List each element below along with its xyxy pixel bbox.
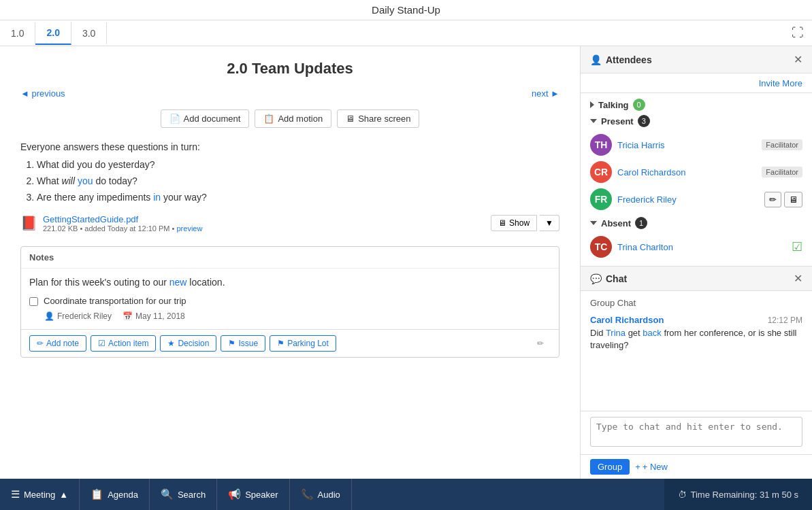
chat-input[interactable] bbox=[590, 417, 802, 447]
todo-text: Coordinate transportation for our trip bbox=[44, 296, 186, 306]
chat-tab-group[interactable]: Group bbox=[590, 459, 630, 475]
attachment-dropdown-button[interactable]: ▼ bbox=[540, 215, 559, 231]
check-trina-icon[interactable]: ☑ bbox=[792, 239, 802, 254]
search-icon: 🔍 bbox=[161, 488, 174, 500]
attendee-row-frederick: FR Frederick Riley ✏ 🖥 bbox=[590, 186, 802, 213]
preview-link[interactable]: preview bbox=[176, 224, 202, 233]
add-note-button[interactable]: ✏ Add note bbox=[29, 335, 86, 352]
clock-icon: ⏱ bbox=[678, 490, 687, 500]
attendees-person-icon: 👤 bbox=[590, 54, 602, 65]
section-title: 2.0 Team Updates bbox=[20, 60, 559, 78]
attachment-link[interactable]: GettingStartedGuide.pdf bbox=[43, 214, 138, 224]
attachment-row: 📕 GettingStartedGuide.pdf 221.02 KB • ad… bbox=[20, 214, 559, 233]
add-document-button[interactable]: 📄 Add document bbox=[161, 109, 250, 128]
todo-checkbox[interactable] bbox=[29, 297, 38, 306]
chat-text-0: Did Trina get back from her conference, … bbox=[590, 327, 802, 352]
main-layout: 2.0 Team Updates ◄ previous next ► 📄 Add… bbox=[0, 46, 812, 479]
share-screen-button[interactable]: 🖥 Share screen bbox=[337, 109, 419, 128]
chat-input-area bbox=[581, 411, 812, 454]
attendees-body: Talking 0 Present 3 TH Tricia Harris Fac… bbox=[581, 93, 812, 266]
chat-sender-0: Carol Richardson bbox=[590, 315, 664, 325]
content-toolbar: 📄 Add document 📋 Add motion 🖥 Share scre… bbox=[20, 109, 559, 128]
chat-title: 💬 Chat bbox=[590, 273, 627, 284]
tab-2-0[interactable]: 2.0 bbox=[35, 22, 71, 45]
question-3: Are there any impediments in your way? bbox=[37, 192, 559, 203]
content-area: 2.0 Team Updates ◄ previous next ► 📄 Add… bbox=[0, 46, 580, 479]
invite-more-row: Invite More bbox=[581, 73, 812, 93]
parking-lot-button[interactable]: ⚑ Parking Lot bbox=[270, 335, 336, 352]
app-title: Daily Stand-Up bbox=[372, 4, 440, 16]
left-panel: 2.0 Team Updates ◄ previous next ► 📄 Add… bbox=[0, 46, 581, 479]
new-chat-button[interactable]: + + New bbox=[635, 462, 668, 472]
present-group-row[interactable]: Present 3 bbox=[590, 115, 802, 127]
talking-expand-icon bbox=[590, 101, 594, 108]
invite-more-link[interactable]: Invite More bbox=[759, 78, 802, 88]
bottom-bar: ☰ Meeting ▲ 📋 Agenda 🔍 Search 📢 Speaker … bbox=[0, 479, 812, 510]
audio-button[interactable]: 📞 Audio bbox=[290, 479, 352, 510]
show-button[interactable]: 🖥 Show bbox=[491, 215, 537, 231]
checkbox-icon: ☑ bbox=[98, 339, 105, 348]
attendee-name-carol[interactable]: Carol Richardson bbox=[617, 167, 756, 177]
chat-close-button[interactable]: ✕ bbox=[794, 272, 802, 285]
notes-header: Notes bbox=[21, 247, 559, 269]
plus-icon: + bbox=[635, 462, 640, 472]
issue-button[interactable]: ⚑ Issue bbox=[221, 335, 265, 352]
attendee-name-frederick[interactable]: Frederick Riley bbox=[617, 194, 759, 205]
frederick-actions: ✏ 🖥 bbox=[764, 192, 802, 207]
pencil-icon: ✏ bbox=[37, 339, 44, 348]
todo-meta: 👤 Frederick Riley 📅 May 11, 2018 bbox=[29, 311, 551, 321]
star-icon: ★ bbox=[167, 339, 175, 348]
question-2: What will you do today? bbox=[37, 175, 559, 186]
chat-message-0: Carol Richardson 12:12 PM Did Trina get … bbox=[590, 315, 802, 352]
talking-group-row[interactable]: Talking 0 bbox=[590, 99, 802, 111]
assignee-meta: 👤 Frederick Riley bbox=[44, 311, 112, 321]
decision-button[interactable]: ★ Decision bbox=[160, 335, 216, 352]
questions-list: What did you do yesterday? What will you… bbox=[20, 159, 559, 203]
title-bar: Daily Stand-Up bbox=[0, 0, 812, 20]
tab-3-0[interactable]: 3.0 bbox=[71, 22, 107, 44]
screen-frederick-button[interactable]: 🖥 bbox=[784, 192, 802, 207]
absent-group-row[interactable]: Absent 1 bbox=[590, 217, 802, 229]
audio-icon: 📞 bbox=[301, 488, 314, 500]
attendees-title: 👤 Attendees bbox=[590, 54, 652, 65]
avatar-tricia: TH bbox=[590, 134, 612, 156]
right-panel: 👤 Attendees ✕ Invite More Talking 0 Pres… bbox=[581, 46, 812, 479]
question-1: What did you do yesterday? bbox=[37, 159, 559, 170]
agenda-button[interactable]: 📋 Agenda bbox=[80, 479, 150, 510]
attachment-info: 📕 GettingStartedGuide.pdf 221.02 KB • ad… bbox=[20, 214, 202, 233]
present-expand-icon bbox=[590, 119, 597, 123]
group-chat-label: Group Chat bbox=[590, 298, 802, 308]
speaker-icon: 📢 bbox=[228, 488, 241, 500]
chat-time-0: 12:12 PM bbox=[768, 316, 802, 325]
attachment-meta: 221.02 KB • added Today at 12:10 PM • pr… bbox=[43, 224, 202, 233]
attendee-name-trina[interactable]: Trina Charlton bbox=[617, 242, 786, 252]
facilitator-badge-tricia: Facilitator bbox=[762, 139, 802, 150]
notes-toolbar: ✏ Add note ☑ Action item ★ Decision ⚑ Is… bbox=[21, 329, 559, 357]
tabs-row: 1.0 2.0 3.0 ⛶ bbox=[0, 20, 812, 46]
absent-expand-icon bbox=[590, 221, 597, 225]
search-button[interactable]: 🔍 Search bbox=[150, 479, 217, 510]
expand-icon[interactable]: ⛶ bbox=[783, 26, 812, 40]
chat-body: Group Chat Carol Richardson 12:12 PM Did… bbox=[581, 291, 812, 411]
meeting-button[interactable]: ☰ Meeting ▲ bbox=[0, 479, 80, 510]
nav-row: ◄ previous next ► bbox=[20, 88, 559, 99]
meeting-icon: ☰ bbox=[11, 488, 20, 500]
monitor-icon: 🖥 bbox=[498, 218, 506, 228]
edit-frederick-button[interactable]: ✏ bbox=[764, 192, 781, 207]
chat-message-header-0: Carol Richardson 12:12 PM bbox=[590, 315, 802, 325]
speaker-button[interactable]: 📢 Speaker bbox=[217, 479, 289, 510]
tab-1-0[interactable]: 1.0 bbox=[0, 22, 35, 44]
intro-text: Everyone answers these questions in turn… bbox=[20, 141, 559, 152]
next-link[interactable]: next ► bbox=[532, 88, 559, 99]
add-motion-button[interactable]: 📋 Add motion bbox=[255, 109, 331, 128]
avatar-frederick: FR bbox=[590, 188, 612, 210]
notes-text: Plan for this week's outing to our new l… bbox=[29, 277, 551, 288]
attendee-name-tricia[interactable]: Tricia Harris bbox=[617, 140, 756, 150]
prev-link[interactable]: ◄ previous bbox=[20, 88, 65, 99]
attendees-close-button[interactable]: ✕ bbox=[794, 53, 802, 66]
document-icon: 📄 bbox=[169, 114, 180, 124]
action-item-button[interactable]: ☑ Action item bbox=[91, 335, 156, 352]
attendee-row-tricia: TH Tricia Harris Facilitator bbox=[590, 131, 802, 158]
todo-item: Coordinate transportation for our trip bbox=[29, 296, 551, 306]
edit-note-button[interactable]: ✏ bbox=[530, 336, 551, 351]
